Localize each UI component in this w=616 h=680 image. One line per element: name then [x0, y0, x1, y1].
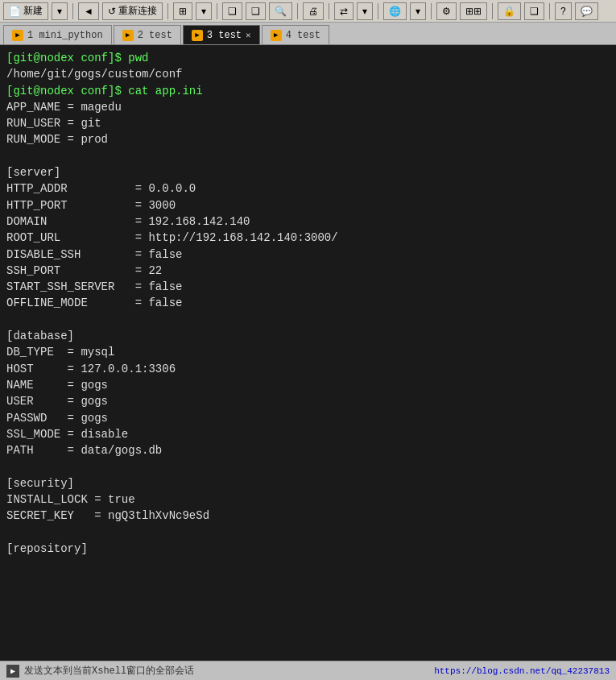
- terminal-line: PATH = data/gogs.db: [6, 442, 610, 458]
- terminal-line: [security]: [6, 475, 610, 491]
- terminal-line: HTTP_PORT = 3000: [6, 197, 610, 214]
- tools-button[interactable]: ⚙: [436, 2, 457, 20]
- statusbar-left-text: 发送文本到当前Xshell窗口的全部会话: [24, 664, 194, 678]
- separator-7: [431, 3, 432, 19]
- globe-dropdown[interactable]: ▾: [410, 2, 426, 20]
- statusbar: ▶ 发送文本到当前Xshell窗口的全部会话 https://blog.csdn…: [0, 661, 616, 680]
- separator-6: [378, 3, 378, 19]
- toolbar: 📄 新建 ▾ ◄ ↺ 重新连接 ⊞ ▾ ❑ ❑ 🔍 🖨 ⇄ ▾ 🌐 ▾ ⚙ ⊞⊞…: [0, 0, 616, 23]
- tab-3-close[interactable]: ✕: [246, 30, 251, 40]
- terminal-line: [6, 458, 610, 475]
- terminal-line: RUN_MODE = prod: [6, 131, 610, 147]
- transfer-dropdown[interactable]: ▾: [357, 2, 373, 20]
- statusbar-left: ▶ 发送文本到当前Xshell窗口的全部会话: [6, 664, 194, 678]
- layout-dropdown[interactable]: ▾: [196, 2, 212, 20]
- separator-2: [167, 3, 168, 19]
- terminal-line: NAME = gogs: [6, 377, 610, 393]
- terminal-line: RUN_USER = git: [6, 115, 610, 131]
- terminal-line: INSTALL_LOCK = true: [6, 491, 610, 508]
- separator-5: [329, 3, 329, 19]
- tab-1-icon: ▶: [12, 30, 23, 41]
- terminal-line: PASSWD = gogs: [6, 410, 610, 426]
- tab-3-icon: ▶: [192, 30, 203, 41]
- apps-button[interactable]: ⊞⊞: [460, 2, 487, 20]
- terminal-line: [repository]: [6, 541, 610, 557]
- terminal-line: [database]: [6, 328, 610, 344]
- layout-button[interactable]: ⊞: [173, 2, 192, 20]
- tab-4[interactable]: ▶ 4 test: [262, 25, 329, 44]
- paste-button[interactable]: ❑: [246, 2, 266, 20]
- tab-4-icon: ▶: [271, 30, 282, 41]
- terminal-line: [git@nodex conf]$ cat app.ini: [6, 83, 610, 99]
- chat-button[interactable]: 💬: [575, 2, 598, 20]
- globe-button[interactable]: 🌐: [383, 2, 407, 20]
- separator-9: [549, 3, 550, 19]
- terminal-line: [6, 148, 610, 164]
- terminal-line: HOST = 127.0.0.1:3306: [6, 361, 610, 377]
- terminal-line: [6, 312, 610, 328]
- window-button[interactable]: ❑: [524, 2, 544, 20]
- terminal-line: [git@nodex conf]$ pwd: [6, 50, 610, 66]
- terminal-line: [6, 525, 610, 541]
- terminal-line: SECRET_KEY = ngQ3tlhXvNc9eSd: [6, 508, 610, 524]
- tab-1-label: 1 mini_python: [27, 30, 103, 41]
- terminal[interactable]: [git@nodex conf]$ pwd/home/git/gogs/cust…: [0, 45, 616, 661]
- dropdown-button[interactable]: ▾: [52, 2, 68, 20]
- reconnect-button[interactable]: ↺ 重新连接: [102, 2, 163, 20]
- new-button[interactable]: 📄 新建: [3, 2, 48, 20]
- terminal-line: /home/git/gogs/custom/conf: [6, 66, 610, 82]
- transfer-button[interactable]: ⇄: [334, 2, 353, 20]
- terminal-line: SSL_MODE = disable: [6, 426, 610, 442]
- separator-8: [492, 3, 493, 19]
- tab-3[interactable]: ▶ 3 test ✕: [183, 25, 260, 44]
- terminal-line: SSH_PORT = 22: [6, 263, 610, 279]
- print-button[interactable]: 🖨: [303, 2, 324, 20]
- terminal-line: START_SSH_SERVER = false: [6, 279, 610, 295]
- separator-4: [297, 3, 298, 19]
- help-button[interactable]: ?: [555, 2, 572, 20]
- terminal-line: OFFLINE_MODE = false: [6, 295, 610, 311]
- terminal-line: [server]: [6, 164, 610, 180]
- copy-button[interactable]: ❑: [222, 2, 242, 20]
- lock-button[interactable]: 🔒: [498, 2, 521, 20]
- statusbar-icon: ▶: [6, 665, 19, 678]
- tabbar: ▶ 1 mini_python ▶ 2 test ▶ 3 test ✕ ▶ 4 …: [0, 23, 616, 45]
- terminal-line: ROOT_URL = http://192.168.142.140:3000/: [6, 230, 610, 246]
- tab-4-label: 4 test: [286, 30, 320, 41]
- separator-3: [217, 3, 217, 19]
- separator-1: [72, 3, 73, 19]
- new-icon: 📄: [9, 6, 21, 17]
- terminal-line: DB_TYPE = mysql: [6, 344, 610, 360]
- back-button[interactable]: ◄: [78, 2, 99, 20]
- reconnect-icon: ↺: [108, 6, 116, 17]
- tab-2[interactable]: ▶ 2 test: [114, 25, 181, 44]
- tab-3-label: 3 test: [207, 30, 242, 41]
- terminal-line: DISABLE_SSH = false: [6, 247, 610, 263]
- statusbar-right-text: https://blog.csdn.net/qq_42237813: [434, 666, 610, 676]
- terminal-line: HTTP_ADDR = 0.0.0.0: [6, 180, 610, 197]
- terminal-line: DOMAIN = 192.168.142.140: [6, 214, 610, 230]
- tab-2-icon: ▶: [122, 30, 134, 41]
- reconnect-label: 重新连接: [118, 4, 157, 18]
- new-label: 新建: [23, 4, 43, 18]
- search-button[interactable]: 🔍: [269, 2, 292, 20]
- tab-2-label: 2 test: [138, 30, 172, 41]
- terminal-line: USER = gogs: [6, 393, 610, 409]
- terminal-line: APP_NAME = magedu: [6, 99, 610, 115]
- tab-1[interactable]: ▶ 1 mini_python: [3, 25, 112, 44]
